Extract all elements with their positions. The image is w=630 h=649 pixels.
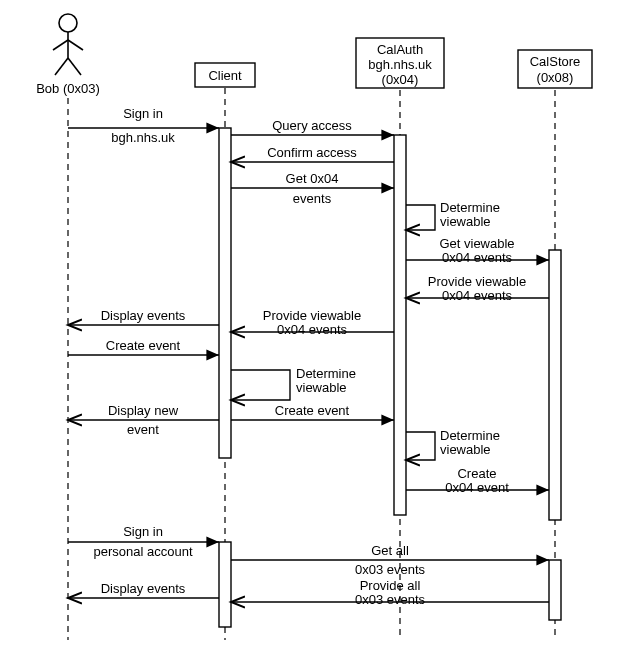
svg-text:Create event: Create event: [106, 338, 181, 353]
svg-text:0x04 events: 0x04 events: [277, 322, 348, 337]
msg-determine-viewable-2: Determine viewable: [231, 366, 356, 400]
msg-provide-viewable-0x04-auth: Provide viewable 0x04 events: [231, 308, 394, 337]
svg-text:0x03 events: 0x03 events: [355, 592, 426, 607]
msg-determine-viewable-3: Determine viewable: [406, 428, 500, 460]
svg-text:bgh.nhs.uk: bgh.nhs.uk: [111, 130, 175, 145]
svg-text:bgh.nhs.uk: bgh.nhs.uk: [368, 57, 432, 72]
msg-signin-bgh: Sign in bgh.nhs.uk: [68, 106, 219, 145]
svg-text:Display events: Display events: [101, 308, 186, 323]
svg-text:Provide viewable: Provide viewable: [428, 274, 526, 289]
svg-text:CalStore: CalStore: [530, 54, 581, 69]
svg-text:events: events: [293, 191, 332, 206]
svg-text:Determine: Determine: [440, 200, 500, 215]
msg-get-0x04-events: Get 0x04 events: [231, 171, 394, 206]
svg-text:Create: Create: [457, 466, 496, 481]
svg-text:Determine: Determine: [296, 366, 356, 381]
svg-text:0x04 events: 0x04 events: [442, 250, 513, 265]
svg-text:Create event: Create event: [275, 403, 350, 418]
msg-determine-viewable-1: Determine viewable: [406, 200, 500, 230]
svg-text:Sign in: Sign in: [123, 524, 163, 539]
actor-label: Bob (0x03): [36, 81, 100, 96]
activation-calstore-1: [549, 250, 561, 520]
svg-text:event: event: [127, 422, 159, 437]
svg-text:CalAuth: CalAuth: [377, 42, 423, 57]
svg-line-5: [68, 58, 81, 75]
svg-text:(0x08): (0x08): [537, 70, 574, 85]
svg-text:0x04 event: 0x04 event: [445, 480, 509, 495]
msg-query-access: Query access: [231, 118, 394, 135]
msg-create-event-auth: Create event: [231, 403, 394, 420]
svg-text:Get all: Get all: [371, 543, 409, 558]
svg-text:Get viewable: Get viewable: [439, 236, 514, 251]
participant-calstore: CalStore (0x08): [518, 50, 592, 88]
actor-bob: Bob (0x03): [36, 14, 100, 96]
svg-line-3: [68, 40, 83, 50]
msg-create-event-user: Create event: [68, 338, 219, 355]
svg-text:Sign in: Sign in: [123, 106, 163, 121]
svg-text:(0x04): (0x04): [382, 72, 419, 87]
msg-get-all-0x03: Get all 0x03 events: [231, 543, 549, 577]
participant-calauth: CalAuth bgh.nhs.uk (0x04): [356, 38, 444, 88]
svg-text:Determine: Determine: [440, 428, 500, 443]
svg-text:viewable: viewable: [296, 380, 347, 395]
svg-point-0: [59, 14, 77, 32]
client-label: Client: [208, 68, 242, 83]
msg-display-events-1: Display events: [68, 308, 219, 325]
msg-provide-viewable-0x04-store: Provide viewable 0x04 events: [406, 274, 549, 303]
msg-provide-all-0x03: Provide all 0x03 events: [231, 578, 549, 607]
activation-calauth-1: [394, 135, 406, 515]
svg-text:Display events: Display events: [101, 581, 186, 596]
svg-text:personal account: personal account: [93, 544, 192, 559]
svg-text:Display new: Display new: [108, 403, 179, 418]
msg-signin-personal: Sign in personal account: [68, 524, 219, 559]
svg-line-4: [55, 58, 68, 75]
activation-calstore-2: [549, 560, 561, 620]
msg-confirm-access: Confirm access: [231, 145, 394, 162]
msg-get-viewable-0x04: Get viewable 0x04 events: [406, 236, 549, 265]
svg-line-2: [53, 40, 68, 50]
sequence-diagram: Bob (0x03) Client CalAuth bgh.nhs.uk (0x…: [0, 0, 630, 649]
msg-create-0x04-event: Create 0x04 event: [406, 466, 549, 495]
svg-text:Confirm access: Confirm access: [267, 145, 357, 160]
svg-text:viewable: viewable: [440, 214, 491, 229]
svg-text:Get 0x04: Get 0x04: [286, 171, 339, 186]
participant-client: Client: [195, 63, 255, 87]
svg-text:Provide all: Provide all: [360, 578, 421, 593]
svg-text:Query access: Query access: [272, 118, 352, 133]
svg-text:viewable: viewable: [440, 442, 491, 457]
msg-display-new-event: Display new event: [68, 403, 219, 437]
svg-text:Provide viewable: Provide viewable: [263, 308, 361, 323]
svg-text:0x04 events: 0x04 events: [442, 288, 513, 303]
msg-display-events-2: Display events: [68, 581, 219, 598]
svg-text:0x03 events: 0x03 events: [355, 562, 426, 577]
activation-client-2: [219, 542, 231, 627]
activation-client-1: [219, 128, 231, 458]
